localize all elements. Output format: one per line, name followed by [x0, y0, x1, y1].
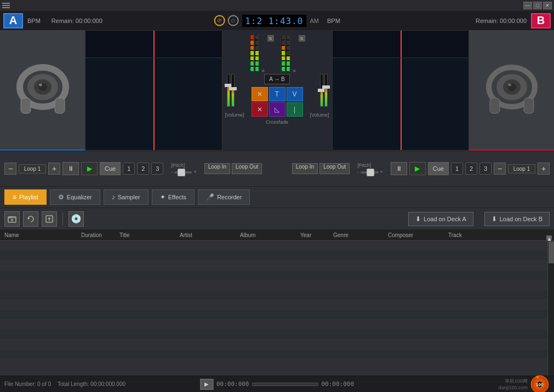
- deck-a-num3-button[interactable]: 3: [151, 163, 163, 175]
- deck-b-num3-button[interactable]: 3: [479, 163, 492, 175]
- ab-button[interactable]: A → B: [264, 74, 289, 84]
- center-bpm-label: BPM: [327, 18, 340, 24]
- header-bar: A BPM Remain: 00:00:000 ⏱ ⏲ 1:2 1:43.0 A…: [0, 11, 554, 30]
- headphone-left-image: [10, 62, 76, 117]
- close-button[interactable]: ✕: [543, 2, 552, 9]
- deck-area: ≡ S: [0, 30, 554, 151]
- center-display: ⏱ ⏲ 1:2 1:43.0 AM BPM: [214, 14, 340, 27]
- left-meters: [249, 34, 259, 72]
- refresh-icon: [26, 215, 35, 223]
- svg-rect-2: [2, 7, 10, 8]
- deck-a-play-button[interactable]: ▶: [81, 162, 98, 175]
- vol-thumb-left2[interactable]: [229, 87, 237, 90]
- minimize-button[interactable]: —: [523, 2, 532, 9]
- deck-a-pause-button[interactable]: ⏸: [62, 162, 79, 175]
- table-row[interactable]: [0, 300, 554, 310]
- col-header-composer: Composer: [386, 232, 446, 238]
- export-button[interactable]: [42, 211, 57, 227]
- deck-b-cue-button[interactable]: Cue: [428, 162, 449, 175]
- svg-text:100: 100: [536, 382, 544, 387]
- vol-thumb-right2[interactable]: [322, 85, 330, 89]
- deck-a-loop-out-button[interactable]: Loop Out: [232, 163, 262, 174]
- load-deck-a-button[interactable]: ⬇ Load on Deck A: [408, 212, 473, 226]
- table-row[interactable]: [0, 241, 554, 251]
- fx-btn-2[interactable]: T: [269, 87, 285, 101]
- vol-label-left: [Volume]: [225, 112, 244, 118]
- load-deck-b-button[interactable]: ⬇ Load on Deck B: [484, 212, 550, 226]
- vol-slider-right2[interactable]: [324, 74, 328, 107]
- load-deck-b-icon: ⬇: [492, 215, 497, 223]
- deck-b-minus-button[interactable]: −: [494, 163, 506, 175]
- deck-b-loop-in-button[interactable]: Loop In: [292, 163, 318, 174]
- table-row[interactable]: [0, 261, 554, 270]
- s-button-right[interactable]: S: [299, 35, 305, 42]
- clock-icon[interactable]: ⏲: [227, 15, 238, 26]
- scroll-up-arrow[interactable]: ▲: [546, 235, 552, 240]
- tab-recorder[interactable]: 🎤 Recorder: [198, 189, 250, 205]
- tab-sampler[interactable]: ♪ Sampler: [104, 189, 149, 205]
- deck-b-pitch-track[interactable]: [361, 171, 378, 174]
- svg-rect-6: [55, 98, 65, 113]
- deck-b-num1-button[interactable]: 1: [451, 163, 463, 175]
- fx-btn-3[interactable]: V: [287, 87, 303, 101]
- watermark-logo[interactable]: 100: [530, 374, 550, 393]
- maximize-button[interactable]: □: [533, 2, 542, 9]
- vol-slider-left2[interactable]: [231, 74, 235, 107]
- svg-point-16: [508, 84, 511, 87]
- table-row[interactable]: [0, 290, 554, 300]
- fx-btn-1[interactable]: ✕: [252, 87, 268, 101]
- export-icon: [45, 215, 54, 223]
- add-folder-button[interactable]: [4, 211, 20, 227]
- vol-sliders-row: A → B ✕ T V ✕ ◺ | Crossfade: [222, 74, 332, 112]
- deck-b-play-button[interactable]: ▶: [409, 162, 426, 175]
- cd-button[interactable]: 💿: [68, 211, 84, 227]
- deck-a-plus-button[interactable]: +: [48, 163, 60, 175]
- col-header-artist: Artist: [178, 232, 238, 238]
- deck-a-remain-label: Remain: 00:00:000: [52, 18, 102, 24]
- deck-a-pitch-track[interactable]: [174, 171, 192, 174]
- status-remain-display: 00:00:000: [322, 381, 355, 388]
- deck-a-waveform: [85, 30, 222, 151]
- headphone-right-image: [479, 62, 545, 117]
- meter-bars-row: ≡ S: [222, 32, 332, 74]
- table-row[interactable]: [0, 349, 554, 359]
- deck-b-num2-button[interactable]: 2: [465, 163, 477, 175]
- refresh-button[interactable]: [23, 211, 38, 227]
- scroll-thumb[interactable]: [549, 241, 554, 263]
- tab-effects[interactable]: ✦ Effects: [152, 189, 195, 205]
- table-row[interactable]: [0, 280, 554, 290]
- deck-b-pitch-thumb[interactable]: [367, 169, 374, 176]
- tab-equalizer[interactable]: ⚙ Equalizer: [50, 189, 100, 205]
- divider-1: [62, 212, 63, 226]
- table-row[interactable]: [0, 320, 554, 330]
- deck-b-pause-button[interactable]: ⏸: [391, 162, 407, 175]
- deck-a-minus-button[interactable]: −: [4, 163, 16, 175]
- timer-icon[interactable]: ⏱: [214, 15, 225, 26]
- table-row[interactable]: [0, 330, 554, 339]
- deck-b-plus-button[interactable]: +: [538, 163, 550, 175]
- table-row[interactable]: [0, 339, 554, 349]
- table-row[interactable]: [0, 251, 554, 261]
- deck-b-loop-buttons: Loop In Loop Out: [292, 163, 350, 174]
- watermark-area: 单机100网 danji100.com 100: [498, 374, 550, 393]
- deck-b-loop-label: Loop 1: [508, 164, 535, 174]
- col-header-year: Year: [298, 232, 331, 238]
- status-progress-bar[interactable]: [253, 383, 318, 386]
- table-row[interactable]: [0, 310, 554, 320]
- vol-slider-right[interactable]: [320, 74, 323, 107]
- deck-a-num2-button[interactable]: 2: [137, 163, 149, 175]
- deck-a-num1-button[interactable]: 1: [123, 163, 135, 175]
- status-play-button[interactable]: ▶: [200, 379, 213, 390]
- deck-a-loop-in-button[interactable]: Loop In: [204, 163, 230, 174]
- col-header-name: Name: [2, 232, 79, 238]
- tab-playlist[interactable]: ≡ Playlist: [4, 189, 47, 205]
- crossfade-label: Crossfade: [266, 119, 288, 125]
- svg-marker-23: [48, 217, 51, 219]
- table-row[interactable]: [0, 270, 554, 280]
- deck-a-cue-button[interactable]: Cue: [100, 162, 121, 175]
- deck-a-pitch-thumb[interactable]: [178, 169, 185, 176]
- deck-b-loop-out-button[interactable]: Loop Out: [319, 163, 350, 174]
- s-button-left[interactable]: S: [267, 35, 274, 42]
- svg-rect-12: [490, 98, 500, 113]
- load-deck-a-icon: ⬇: [415, 215, 421, 223]
